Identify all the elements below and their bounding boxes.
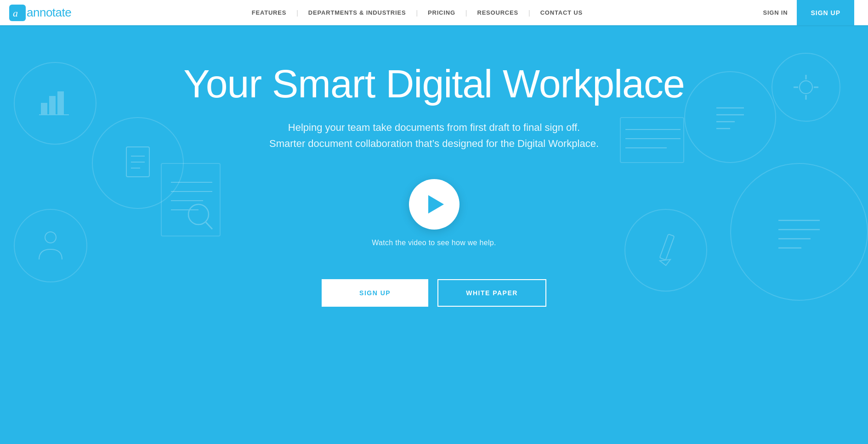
- hero-whitepaper-button[interactable]: WHITE PAPER: [437, 279, 546, 307]
- nav-pricing[interactable]: PRICING: [418, 9, 465, 16]
- navbar: a annotate FEATURES | DEPARTMENTS & INDU…: [0, 0, 868, 25]
- hero-section: Your Smart Digital Workplace Helping you…: [0, 25, 868, 444]
- hero-subtitle-line2: Smarter document collaboration that’s de…: [269, 138, 599, 149]
- hero-content: Your Smart Digital Workplace Helping you…: [0, 62, 868, 307]
- nav-resources[interactable]: RESOURCES: [467, 9, 528, 16]
- logo-bracket: a: [9, 5, 26, 21]
- play-caption: Watch the video to see how we help.: [372, 239, 496, 247]
- logo-text: annotate: [27, 6, 71, 20]
- navbar-actions: SIGN IN SIGN UP: [763, 0, 854, 25]
- play-button-container: Watch the video to see how we help.: [372, 179, 496, 247]
- nav-departments[interactable]: DEPARTMENTS & INDUSTRIES: [298, 9, 416, 16]
- nav-contact[interactable]: CONTACT US: [530, 9, 593, 16]
- play-triangle-icon: [428, 195, 444, 214]
- hero-title: Your Smart Digital Workplace: [183, 62, 684, 106]
- sign-in-button[interactable]: SIGN IN: [763, 9, 788, 16]
- hero-subtitle: Helping your team take documents from fi…: [269, 119, 599, 152]
- hero-buttons: SIGN UP WHITE PAPER: [322, 279, 546, 307]
- play-button[interactable]: [409, 179, 460, 230]
- nav-features[interactable]: FEATURES: [242, 9, 297, 16]
- svg-text:a: a: [13, 7, 18, 19]
- nav-links: FEATURES | DEPARTMENTS & INDUSTRIES | PR…: [71, 9, 763, 17]
- logo-icon: a: [12, 6, 23, 19]
- logo[interactable]: a annotate: [9, 5, 71, 21]
- sign-up-nav-button[interactable]: SIGN UP: [797, 0, 854, 25]
- hero-subtitle-line1: Helping your team take documents from fi…: [288, 122, 580, 133]
- hero-signup-button[interactable]: SIGN UP: [322, 279, 428, 307]
